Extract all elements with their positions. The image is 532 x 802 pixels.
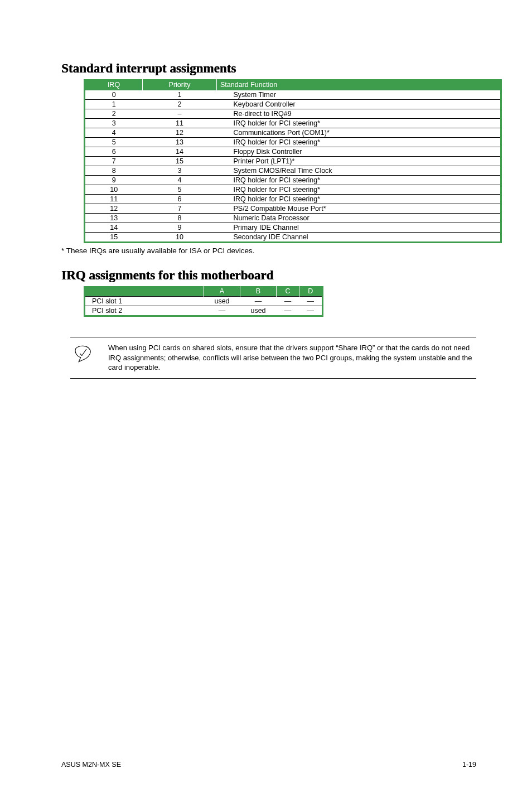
irq-cell-irq: 13 xyxy=(85,214,143,223)
table-row: 94IRQ holder for PCI steering* xyxy=(85,176,500,185)
irq-cell-function: Re-direct to IRQ#9 xyxy=(217,109,501,119)
irq-cell-function: IRQ holder for PCI steering* xyxy=(217,195,501,204)
table-row: 83System CMOS/Real Time Clock xyxy=(85,166,500,176)
table-row: 127PS/2 Compatible Mouse Port* xyxy=(85,204,500,214)
irq-cell-function: Primary IDE Channel xyxy=(217,223,501,233)
irq-header-irq: IRQ xyxy=(85,79,143,90)
irq-cell-function: IRQ holder for PCI steering* xyxy=(217,176,501,185)
assign-cell-b: — xyxy=(240,297,277,306)
irq-cell-irq: 14 xyxy=(85,223,143,233)
standard-interrupt-title: Standard interrupt assignments xyxy=(61,61,476,76)
irq-cell-irq: 5 xyxy=(85,138,143,147)
assign-cell-label: PCI slot 2 xyxy=(85,306,204,316)
assign-header-blank xyxy=(85,286,204,297)
irq-cell-function: System CMOS/Real Time Clock xyxy=(217,166,501,176)
table-row: PCI slot 2—used—— xyxy=(85,306,322,316)
assign-header-d: D xyxy=(299,286,322,297)
irq-cell-priority: 4 xyxy=(143,176,217,185)
irq-cell-irq: 1 xyxy=(85,100,143,109)
footer-right: 1-19 xyxy=(462,761,476,769)
irq-cell-priority: 6 xyxy=(143,195,217,204)
assignments-table: A B C D PCI slot 1used———PCI slot 2—used… xyxy=(85,286,322,315)
table-row: 513IRQ holder for PCI steering* xyxy=(85,138,500,147)
irq-cell-irq: 8 xyxy=(85,166,143,176)
assign-cell-c: — xyxy=(277,297,299,306)
irq-cell-priority: 15 xyxy=(143,157,217,166)
irq-cell-priority: 9 xyxy=(143,223,217,233)
irq-table-container: IRQ Priority Standard Function 01System … xyxy=(84,79,502,243)
irq-cell-irq: 2 xyxy=(85,109,143,119)
irq-header-priority: Priority xyxy=(143,79,217,90)
irq-cell-function: IRQ holder for PCI steering* xyxy=(217,119,501,128)
irq-cell-irq: 4 xyxy=(85,128,143,138)
irq-cell-function: IRQ holder for PCI steering* xyxy=(217,185,501,195)
assign-cell-a: used xyxy=(204,297,240,306)
irq-cell-priority: 12 xyxy=(143,128,217,138)
table-row: 311IRQ holder for PCI steering* xyxy=(85,119,500,128)
assign-cell-label: PCI slot 1 xyxy=(85,297,204,306)
irq-cell-function: Printer Port (LPT1)* xyxy=(217,157,501,166)
irq-cell-function: IRQ holder for PCI steering* xyxy=(217,138,501,147)
irq-cell-priority: 10 xyxy=(143,233,217,242)
table-row: 614Floppy Disk Controller xyxy=(85,147,500,157)
table-row: 149Primary IDE Channel xyxy=(85,223,500,233)
assign-cell-c: — xyxy=(277,306,299,316)
irq-cell-function: Keyboard Controller xyxy=(217,100,501,109)
irq-cell-irq: 6 xyxy=(85,147,143,157)
irq-cell-priority: 5 xyxy=(143,185,217,195)
irq-cell-irq: 11 xyxy=(85,195,143,204)
irq-cell-priority: 13 xyxy=(143,138,217,147)
note-box: When using PCI cards on shared slots, en… xyxy=(70,337,476,379)
assign-header-b: B xyxy=(240,286,277,297)
assign-cell-b: used xyxy=(240,306,277,316)
irq-cell-function: Numeric Data Processor xyxy=(217,214,501,223)
assignments-table-container: A B C D PCI slot 1used———PCI slot 2—used… xyxy=(84,286,323,317)
irq-header-function: Standard Function xyxy=(217,79,501,90)
irq-table: IRQ Priority Standard Function 01System … xyxy=(85,79,500,241)
irq-cell-function: PS/2 Compatible Mouse Port* xyxy=(217,204,501,214)
irq-cell-priority: – xyxy=(143,109,217,119)
irq-cell-irq: 12 xyxy=(85,204,143,214)
irq-cell-irq: 9 xyxy=(85,176,143,185)
irq-cell-function: Secondary IDE Channel xyxy=(217,233,501,242)
table-row: 105IRQ holder for PCI steering* xyxy=(85,185,500,195)
table-row: 2–Re-direct to IRQ#9 xyxy=(85,109,500,119)
irq-cell-function: Floppy Disk Controller xyxy=(217,147,501,157)
table-row: 412Communications Port (COM1)* xyxy=(85,128,500,138)
table-row: PCI slot 1used——— xyxy=(85,297,322,306)
irq-cell-irq: 10 xyxy=(85,185,143,195)
irq-assignments-title: IRQ assignments for this motherboard xyxy=(61,268,476,283)
irq-cell-priority: 14 xyxy=(143,147,217,157)
page-footer: ASUS M2N-MX SE 1-19 xyxy=(61,761,476,769)
assign-header-a: A xyxy=(204,286,240,297)
irq-cell-priority: 8 xyxy=(143,214,217,223)
irq-footnote: * These IRQs are usually available for I… xyxy=(61,247,476,255)
irq-cell-function: Communications Port (COM1)* xyxy=(217,128,501,138)
irq-cell-priority: 11 xyxy=(143,119,217,128)
note-text: When using PCI cards on shared slots, en… xyxy=(108,343,473,373)
assign-cell-a: — xyxy=(204,306,240,316)
table-row: 138Numeric Data Processor xyxy=(85,214,500,223)
note-icon xyxy=(70,343,95,363)
footer-left: ASUS M2N-MX SE xyxy=(61,761,121,769)
assign-header-c: C xyxy=(277,286,299,297)
assign-cell-d: — xyxy=(299,306,322,316)
irq-cell-priority: 7 xyxy=(143,204,217,214)
irq-cell-irq: 15 xyxy=(85,233,143,242)
table-row: 12Keyboard Controller xyxy=(85,100,500,109)
table-row: 116IRQ holder for PCI steering* xyxy=(85,195,500,204)
table-row: 1510Secondary IDE Channel xyxy=(85,233,500,242)
table-row: 715Printer Port (LPT1)* xyxy=(85,157,500,166)
irq-cell-irq: 7 xyxy=(85,157,143,166)
irq-cell-irq: 3 xyxy=(85,119,143,128)
irq-cell-priority: 1 xyxy=(143,90,217,100)
irq-cell-priority: 2 xyxy=(143,100,217,109)
irq-cell-irq: 0 xyxy=(85,90,143,100)
table-row: 01System Timer xyxy=(85,90,500,100)
assign-cell-d: — xyxy=(299,297,322,306)
irq-cell-function: System Timer xyxy=(217,90,501,100)
irq-cell-priority: 3 xyxy=(143,166,217,176)
